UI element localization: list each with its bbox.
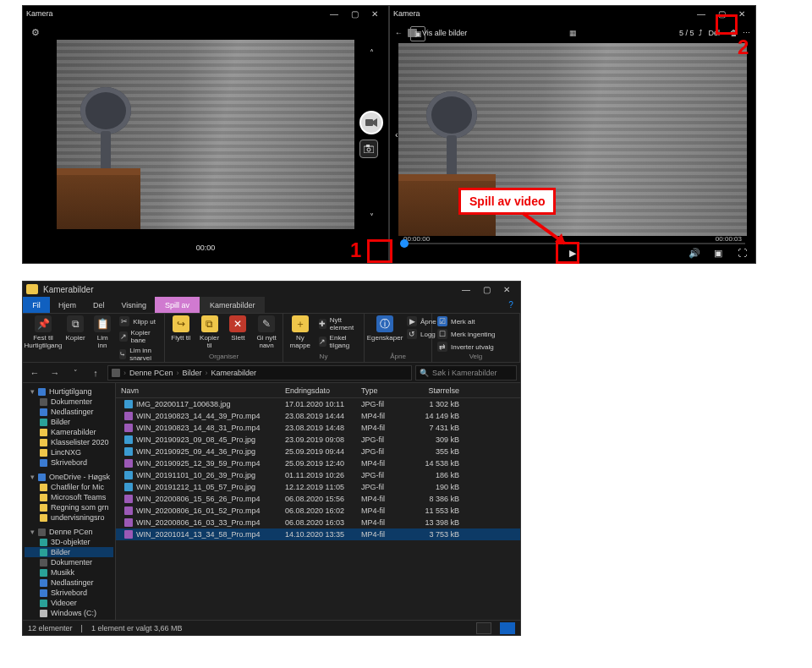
minimize-button[interactable]: — bbox=[456, 282, 476, 297]
tree-item[interactable]: LincNXG bbox=[25, 447, 113, 457]
col-date[interactable]: Endringsdato bbox=[285, 386, 361, 395]
recent-locations-button[interactable]: ˅ bbox=[67, 364, 84, 381]
column-headers[interactable]: Navn Endringsdato Type Størrelse bbox=[116, 383, 520, 398]
copy-path-button[interactable]: ↗Kopier bane bbox=[119, 328, 159, 345]
tree-item[interactable]: Windows (C:) bbox=[25, 608, 113, 618]
view-details-button[interactable] bbox=[476, 622, 491, 634]
copy-button[interactable]: ⧉Kopier bbox=[65, 315, 85, 342]
new-item-button[interactable]: ✚Nytt element bbox=[319, 315, 359, 332]
tree-item[interactable]: Musikk bbox=[25, 567, 113, 578]
minimize-button[interactable]: — bbox=[691, 6, 711, 21]
paste-shortcut-button[interactable]: ⤷Lim inn snarvei bbox=[119, 346, 159, 363]
context-tab-play[interactable]: Spill av bbox=[155, 297, 200, 313]
up-button[interactable]: ↑ bbox=[87, 364, 104, 381]
tree-item[interactable]: Nedlastinger bbox=[25, 407, 113, 417]
close-button[interactable]: ✕ bbox=[497, 282, 517, 297]
tree-item[interactable]: Dokumenter bbox=[25, 397, 113, 407]
table-row[interactable]: WIN_20200806_16_03_33_Pro.mp406.08.2020 … bbox=[116, 517, 520, 528]
cut-button[interactable]: ✂Klipp ut bbox=[119, 315, 159, 327]
back-label[interactable]: Vis alle bilder bbox=[422, 29, 467, 37]
back-icon[interactable]: ← bbox=[395, 29, 403, 37]
photo-mode-button[interactable] bbox=[359, 140, 378, 158]
gear-icon[interactable]: ⚙ bbox=[28, 25, 43, 40]
tree-group[interactable]: ▾Denne PCen bbox=[25, 527, 113, 537]
col-name[interactable]: Navn bbox=[116, 386, 285, 395]
crumb-segment[interactable]: Kamerabilder bbox=[211, 369, 257, 377]
table-row[interactable]: WIN_20190823_14_44_39_Pro.mp423.08.2019 … bbox=[116, 410, 520, 422]
tree-item[interactable]: Microsoft Teams bbox=[25, 492, 113, 502]
tree-item[interactable]: undervisningsro bbox=[25, 512, 113, 523]
film-roll-icon[interactable]: ▦ bbox=[569, 29, 577, 37]
close-button[interactable]: ✕ bbox=[365, 6, 385, 21]
maximize-button[interactable]: ▢ bbox=[344, 6, 365, 21]
window-title: Kamera bbox=[26, 9, 53, 18]
tree-item[interactable]: Kamerabilder bbox=[25, 427, 113, 437]
help-icon[interactable]: ? bbox=[502, 297, 520, 313]
fullscreen-icon[interactable]: ⛶ bbox=[732, 244, 752, 261]
properties-button[interactable]: ⓘEgenskaper bbox=[370, 315, 400, 342]
table-row[interactable]: WIN_20190823_14_48_31_Pro.mp423.08.2019 … bbox=[116, 422, 520, 434]
table-row[interactable]: WIN_20200806_15_56_26_Pro.mp406.08.2020 … bbox=[116, 493, 520, 505]
tree-item[interactable]: Dokumenter bbox=[25, 557, 113, 567]
col-type[interactable]: Type bbox=[361, 386, 412, 395]
tab-view[interactable]: Visning bbox=[113, 297, 155, 313]
delete-button[interactable]: ✕Slett bbox=[228, 315, 250, 342]
invert-selection-button[interactable]: ⇄Inverter utvalg bbox=[437, 341, 514, 353]
nav-tree[interactable]: ▾HurtigtilgangDokumenterNedlastingerBild… bbox=[23, 383, 116, 620]
tree-item[interactable]: Klasselister 2020 bbox=[25, 437, 113, 447]
filmstrip-chip[interactable]: ▣ bbox=[410, 26, 425, 41]
tree-group[interactable]: ▾Hurtigtilgang bbox=[25, 386, 113, 397]
tab-home[interactable]: Hjem bbox=[50, 297, 85, 313]
tab-share[interactable]: Del bbox=[85, 297, 113, 313]
minimize-button[interactable]: — bbox=[324, 6, 344, 21]
tree-group[interactable]: ▾OneDrive - Høgsk bbox=[25, 472, 113, 482]
chevron-up-icon[interactable]: ˄ bbox=[364, 45, 379, 60]
tree-item[interactable]: Bilder bbox=[25, 417, 113, 427]
frame-view-icon[interactable]: ▣ bbox=[708, 244, 728, 261]
tree-item[interactable]: Chatfiler for Mic bbox=[25, 482, 113, 492]
select-none-button[interactable]: ☐Merk ingenting bbox=[437, 328, 514, 340]
table-row[interactable]: WIN_20200806_16_01_52_Pro.mp406.08.2020 … bbox=[116, 505, 520, 517]
table-row[interactable]: WIN_20190925_12_39_59_Pro.mp425.09.2019 … bbox=[116, 457, 520, 469]
tree-item[interactable]: Regning som grn bbox=[25, 502, 113, 512]
status-count: 12 elementer bbox=[28, 624, 73, 632]
breadcrumb[interactable]: › Denne PCen › Bilder › Kamerabilder bbox=[107, 365, 412, 381]
new-folder-button[interactable]: ＋Ny mappe bbox=[288, 315, 312, 349]
camera-preview bbox=[57, 40, 354, 229]
paste-button[interactable]: 📋Lim inn bbox=[92, 315, 112, 349]
easy-access-button[interactable]: ↗Enkel tilgang bbox=[319, 333, 359, 350]
col-size[interactable]: Størrelse bbox=[412, 386, 471, 395]
chevron-down-icon[interactable]: ˅ bbox=[364, 209, 379, 224]
move-to-button[interactable]: ↪Flytt til bbox=[170, 315, 192, 342]
table-row[interactable]: WIN_20201014_13_34_58_Pro.mp414.10.2020 … bbox=[116, 528, 520, 540]
copy-to-button[interactable]: ⧉Kopier til bbox=[199, 315, 221, 349]
forward-button[interactable]: → bbox=[47, 364, 63, 381]
search-input[interactable]: 🔍 Søk i Kamerabilder bbox=[415, 365, 517, 381]
table-row[interactable]: IMG_20200117_100638.jpg17.01.2020 10:11J… bbox=[116, 398, 520, 410]
prev-icon[interactable]: ‹ bbox=[395, 129, 398, 140]
tree-item[interactable]: Bilder bbox=[25, 547, 113, 557]
file-date: 25.09.2019 12:40 bbox=[285, 459, 361, 468]
table-row[interactable]: WIN_20190923_09_08_45_Pro.jpg23.09.2019 … bbox=[116, 434, 520, 446]
record-button[interactable] bbox=[359, 111, 383, 134]
view-large-button[interactable] bbox=[500, 622, 515, 634]
tree-item[interactable]: Nedlastinger bbox=[25, 578, 113, 588]
table-row[interactable]: WIN_20190925_09_44_36_Pro.jpg25.09.2019 … bbox=[116, 446, 520, 457]
tree-item[interactable]: Videoer bbox=[25, 598, 113, 608]
rename-button[interactable]: ✎Gi nytt navn bbox=[255, 315, 277, 349]
volume-icon[interactable]: 🔊 bbox=[684, 244, 705, 261]
tree-item[interactable]: Skrivebord bbox=[25, 457, 113, 468]
crumb-segment[interactable]: Denne PCen bbox=[129, 369, 173, 377]
tree-item[interactable]: 3D-objekter bbox=[25, 537, 113, 547]
maximize-button[interactable]: ▢ bbox=[476, 282, 497, 297]
search-icon: 🔍 bbox=[420, 369, 429, 377]
select-all-button[interactable]: ☑Merk alt bbox=[437, 315, 514, 327]
table-row[interactable]: WIN_20191212_11_05_57_Pro.jpg12.12.2019 … bbox=[116, 481, 520, 493]
share-icon[interactable]: ⤴ bbox=[699, 29, 703, 37]
file-menu[interactable]: Fil bbox=[23, 297, 50, 313]
tree-item[interactable]: Skrivebord bbox=[25, 588, 113, 598]
back-button[interactable]: ← bbox=[26, 364, 43, 381]
crumb-segment[interactable]: Bilder bbox=[183, 369, 202, 377]
table-row[interactable]: WIN_20191101_10_26_39_Pro.jpg01.11.2019 … bbox=[116, 469, 520, 481]
pin-button[interactable]: 📌Fest til Hurtigtilgang bbox=[28, 315, 58, 349]
